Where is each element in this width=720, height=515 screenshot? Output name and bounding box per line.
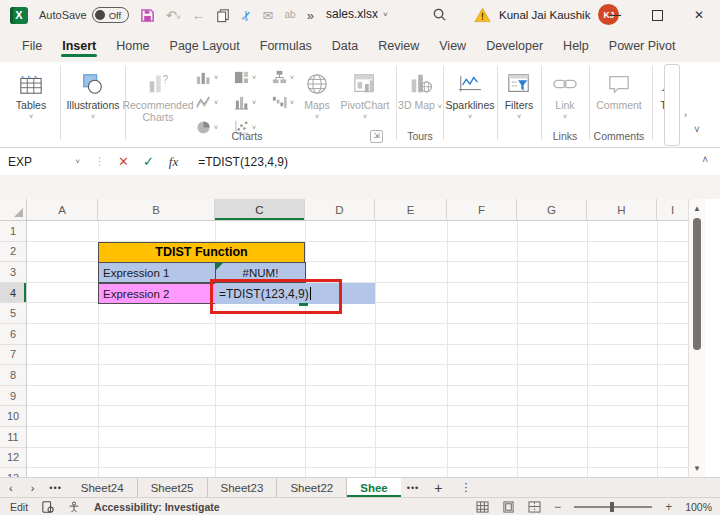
cell-b3-expression1[interactable]: Expression 1 [98,262,216,283]
search-icon[interactable] [432,7,447,22]
tab-power-pivot[interactable]: Power Pivot [599,32,686,62]
column-header-i[interactable]: I [657,199,688,220]
undo-icon[interactable]: ↶˅ [166,9,181,22]
tab-insert[interactable]: Insert [52,32,106,62]
sheet-overflow-icon[interactable]: ••• [401,483,425,493]
insert-bar-chart-button[interactable]: ˅ [234,95,256,110]
autosave-toggle[interactable]: Off [92,7,129,23]
select-all-corner[interactable] [0,199,27,220]
row-header-13[interactable]: 13 [0,468,26,477]
accessibility-status[interactable]: Accessibility: Investigate [94,501,219,513]
cell-b2-title[interactable]: TDIST Function [98,242,305,263]
recommended-charts-button[interactable]: ? Recommended Charts [127,66,189,142]
scroll-up-icon[interactable]: ▲ [689,204,705,213]
sheet-cells[interactable]: TDIST Function Expression 1 #NUM! Expres… [27,221,688,477]
back-arrow-icon[interactable]: ← [192,9,205,22]
mail-icon[interactable]: ✉ [263,9,274,22]
row-header-9[interactable]: 9 [0,386,26,407]
cell-b4-expression2[interactable]: Expression 2 [98,283,216,305]
vertical-scrollbar[interactable]: ▲ ▼ [688,199,705,477]
column-header-c[interactable]: C [215,199,305,220]
spelling-icon[interactable]: ab [285,10,296,20]
tab-home[interactable]: Home [106,32,159,62]
sheet-tab-sheet25[interactable]: Sheet25 [138,478,208,497]
column-header-d[interactable]: D [305,199,375,220]
insert-treemap-chart-button[interactable]: ˅ [234,70,256,85]
row-header-4[interactable]: 4 [0,283,26,304]
sheet-tab-active[interactable]: Shee [347,478,401,497]
row-header-8[interactable]: 8 [0,365,26,386]
sheet-menu-dots-icon[interactable]: ⋮ [451,481,480,494]
formula-input[interactable]: =TDIST(123,4,9) [198,155,288,169]
minimize-button[interactable]: — [594,0,636,30]
row-header-10[interactable]: 10 [0,406,26,427]
document-title[interactable]: sales.xlsx˅ [326,7,388,21]
tab-developer[interactable]: Developer [476,32,553,62]
tab-data[interactable]: Data [322,32,368,62]
dots-separator-icon[interactable]: ⋮ [94,155,105,168]
row-header-2[interactable]: 2 [0,242,26,263]
insert-column-chart-button[interactable]: ˅ [196,70,218,85]
row-header-7[interactable]: 7 [0,345,26,366]
copy-icon[interactable] [216,8,230,23]
illustrations-button[interactable]: Illustrations ˅ [62,66,124,142]
column-header-h[interactable]: H [587,199,657,220]
add-sheet-icon[interactable]: + [425,480,451,496]
tab-review[interactable]: Review [368,32,429,62]
enter-icon[interactable]: ✓ [143,154,154,169]
tables-button[interactable]: Tables ˅ [4,66,58,142]
column-header-g[interactable]: G [517,199,587,220]
sheet-tab-sheet24[interactable]: Sheet24 [68,478,138,497]
insert-hierarchy-chart-button[interactable]: ˅ [272,70,294,85]
sheet-prev-icon[interactable]: ‹ [0,482,22,494]
cut-icon[interactable]: ✂ [238,8,254,23]
zoom-slider[interactable] [574,506,652,508]
column-header-f[interactable]: F [447,199,517,220]
accessibility-icon[interactable] [68,501,80,513]
zoom-out-icon[interactable]: − [554,500,561,514]
column-header-e[interactable]: E [375,199,447,220]
insert-waterfall-chart-button[interactable]: ˅ [272,95,294,110]
formula-bar-collapse-icon[interactable]: ˄ [702,154,708,165]
row-header-5[interactable]: 5 [0,303,26,324]
sheet-tab-sheet23[interactable]: Sheet23 [208,478,278,497]
name-box[interactable]: EXP ˅ [0,155,88,169]
ribbon-overflow-icon[interactable]: › [684,110,687,120]
row-header-11[interactable]: 11 [0,427,26,448]
sparklines-button[interactable]: Sparklines ˅ [444,66,496,142]
row-header-12[interactable]: 12 [0,448,26,469]
insert-function-icon[interactable]: fx [169,154,178,170]
page-layout-view-icon[interactable] [502,501,515,513]
page-break-view-icon[interactable] [528,501,541,513]
more-commands-icon[interactable]: » [307,9,314,22]
vertical-scroll-thumb[interactable] [693,218,701,350]
pivotchart-button[interactable]: PivotChart ˅ [336,66,394,142]
filters-button[interactable]: Filters ˅ [498,66,540,142]
column-header-b[interactable]: B [98,199,215,220]
row-header-3[interactable]: 3 [0,262,26,283]
tab-help[interactable]: Help [553,32,599,62]
maximize-button[interactable] [636,0,678,30]
sheet-next-icon[interactable]: › [22,482,44,494]
zoom-level[interactable]: 100% [685,501,712,513]
tab-file[interactable]: File [12,32,52,62]
sheet-tab-sheet22[interactable]: Sheet22 [277,478,347,497]
ribbon-collapse-icon[interactable]: ˅ [694,124,700,135]
column-header-a[interactable]: A [27,199,98,220]
ribbon-scroll-strip[interactable] [664,64,680,146]
close-button[interactable]: ✕ [678,0,720,30]
macro-record-icon[interactable] [42,501,54,513]
sheet-list-icon[interactable]: ••• [43,483,67,493]
tab-formulas[interactable]: Formulas [250,32,322,62]
normal-view-icon[interactable] [476,501,489,513]
cancel-icon[interactable]: ✕ [118,154,129,169]
zoom-in-icon[interactable]: + [665,500,672,514]
maps-button[interactable]: Maps ˅ [298,66,336,142]
autosave-control[interactable]: AutoSave Off [39,7,129,23]
insert-line-chart-button[interactable]: ˅ [196,95,218,110]
tab-view[interactable]: View [429,32,476,62]
zoom-slider-thumb[interactable] [610,502,614,512]
save-icon[interactable] [140,8,155,23]
tab-page-layout[interactable]: Page Layout [160,32,250,62]
row-header-6[interactable]: 6 [0,324,26,345]
